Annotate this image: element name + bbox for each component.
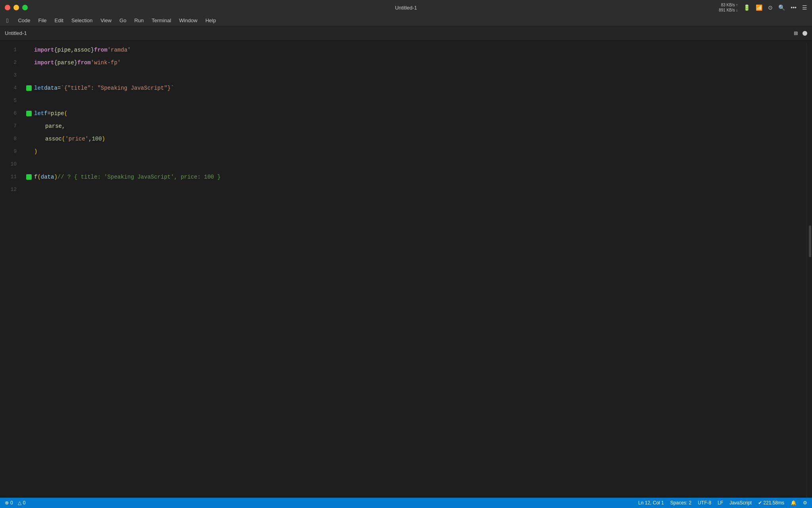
line-number: 2 xyxy=(0,56,20,69)
token-punct: ) xyxy=(34,145,37,158)
line-number: 5 xyxy=(0,94,20,107)
notification-icon[interactable]: 🔔 xyxy=(791,500,797,506)
scrollbar-thumb[interactable] xyxy=(809,225,811,257)
tab-untitled[interactable]: Untitled-1 xyxy=(5,30,27,36)
cursor-position[interactable]: Ln 12, Col 1 xyxy=(638,500,664,506)
line-number: 7 xyxy=(0,120,20,133)
token-plain: } xyxy=(74,56,77,69)
token-kw-from: from xyxy=(94,44,107,56)
net-download: 891 KB/s ↓ xyxy=(719,8,738,13)
close-button[interactable] xyxy=(5,5,10,10)
code-line: ) xyxy=(25,145,806,158)
menu-go[interactable]: Go xyxy=(116,17,129,24)
language-mode[interactable]: JavaScript xyxy=(730,500,752,506)
indent-size[interactable]: Spaces: 2 xyxy=(670,500,691,506)
statusbar: ⊗ 0 △ 0 Ln 12, Col 1 Spaces: 2 UTF-8 LF … xyxy=(0,498,812,508)
check-time[interactable]: ✔ 221.58ms xyxy=(758,500,784,506)
menu-code[interactable]: Code xyxy=(15,17,33,24)
line-number: 10 xyxy=(0,158,20,171)
menu-file[interactable]: File xyxy=(35,17,50,24)
line-number: 6 xyxy=(0,107,20,120)
minimize-button[interactable] xyxy=(13,5,19,10)
error-count[interactable]: ⊗ 0 xyxy=(5,500,13,506)
apple-menu[interactable]:  xyxy=(3,16,11,25)
token-kw-from: from xyxy=(77,56,91,69)
maximize-button[interactable] xyxy=(22,5,28,10)
battery-icon: 🔋 xyxy=(743,4,750,11)
token-str: 'ramda' xyxy=(107,44,131,56)
token-var-name: f xyxy=(44,107,47,120)
token-var-name: data xyxy=(44,82,57,94)
code-line xyxy=(25,158,806,171)
statusbar-right: Ln 12, Col 1 Spaces: 2 UTF-8 LF JavaScri… xyxy=(638,500,807,506)
token-kw-import: import xyxy=(34,44,54,56)
net-upload: 83 KB/s ↑ xyxy=(719,2,738,8)
token-fn-name: assoc xyxy=(74,44,91,56)
token-fn-name: pipe xyxy=(51,107,64,120)
code-line: assoc('price', 100) xyxy=(25,133,806,145)
statusbar-left: ⊗ 0 △ 0 xyxy=(5,500,25,506)
token-plain: , xyxy=(62,120,65,133)
menu-icon[interactable]: ☰ xyxy=(802,4,807,11)
code-line xyxy=(25,69,806,82)
token-fn-name: assoc xyxy=(45,133,62,145)
line-number: 3 xyxy=(0,69,20,82)
line-numbers: 123456789101112 xyxy=(0,44,20,498)
token-fn-name: f xyxy=(34,171,37,183)
code-line: f(data) // ? { title: 'Speaking JavaScri… xyxy=(25,171,806,183)
token-fn-name: parse xyxy=(57,56,74,69)
breakpoint-indicator xyxy=(26,174,32,180)
code-content[interactable]: import { pipe, assoc } from 'ramda'impor… xyxy=(20,44,806,498)
token-plain: , xyxy=(88,133,92,145)
tabbar: Untitled-1 ⊞ xyxy=(0,26,812,40)
token-var-name: data xyxy=(41,171,54,183)
warning-icon: △ xyxy=(18,500,21,506)
line-ending[interactable]: LF xyxy=(718,500,723,506)
token-template: `{"title": "Speaking JavaScript"}` xyxy=(61,82,174,94)
titlebar-right: 83 KB/s ↑ 891 KB/s ↓ 🔋 📶 ⊙ 🔍 ••• ☰ xyxy=(719,2,807,13)
code-line xyxy=(25,94,806,107)
line-number: 11 xyxy=(0,171,20,183)
token-plain: { xyxy=(54,44,57,56)
code-line: let data = `{"title": "Speaking JavaScri… xyxy=(25,82,806,94)
token-fn-name: parse xyxy=(45,120,62,133)
editor-actions: ⊞ xyxy=(794,29,807,37)
spotlight-icon[interactable]: 🔍 xyxy=(778,4,785,11)
token-plain: = xyxy=(48,107,51,120)
token-plain: } xyxy=(91,44,94,56)
menu-help[interactable]: Help xyxy=(202,17,219,24)
token-punct: ( xyxy=(37,171,40,183)
window-controls xyxy=(5,5,28,10)
token-punct: ( xyxy=(64,107,67,120)
code-line: import { pipe, assoc } from 'ramda' xyxy=(25,44,806,56)
menu-selection[interactable]: Selection xyxy=(68,17,96,24)
remote-icon[interactable]: ⚙ xyxy=(803,500,807,506)
control-center-icon[interactable]: ⊙ xyxy=(768,4,773,11)
menu-run[interactable]: Run xyxy=(131,17,147,24)
token-punct: ) xyxy=(54,171,57,183)
editor[interactable]: 123456789101112 import { pipe, assoc } f… xyxy=(0,40,812,498)
editor-status-dot xyxy=(802,31,807,36)
menu-edit[interactable]: Edit xyxy=(52,17,67,24)
menu-terminal[interactable]: Terminal xyxy=(149,17,174,24)
menubar:  Code File Edit Selection View Go Run T… xyxy=(0,15,812,26)
network-stats: 83 KB/s ↑ 891 KB/s ↓ xyxy=(719,2,738,13)
token-plain: , xyxy=(71,44,74,56)
titlebar: Untitled-1 83 KB/s ↑ 891 KB/s ↓ 🔋 📶 ⊙ 🔍 … xyxy=(0,0,812,15)
warning-count[interactable]: △ 0 xyxy=(18,500,26,506)
code-line: import { parse } from 'wink-fp' xyxy=(25,56,806,69)
token-num: 100 xyxy=(92,133,102,145)
breakpoint-indicator xyxy=(26,111,32,116)
line-number: 9 xyxy=(0,145,20,158)
split-editor-icon[interactable]: ⊞ xyxy=(794,29,798,37)
file-encoding[interactable]: UTF-8 xyxy=(698,500,711,506)
token-kw-import: import xyxy=(34,56,54,69)
scrollbar[interactable] xyxy=(806,44,812,498)
token-str: 'wink-fp' xyxy=(91,56,121,69)
menu-view[interactable]: View xyxy=(97,17,115,24)
menu-window[interactable]: Window xyxy=(176,17,201,24)
more-icon[interactable]: ••• xyxy=(791,4,797,11)
breakpoint-indicator xyxy=(26,85,32,91)
code-line: let f = pipe( xyxy=(25,107,806,120)
error-icon: ⊗ xyxy=(5,500,9,506)
